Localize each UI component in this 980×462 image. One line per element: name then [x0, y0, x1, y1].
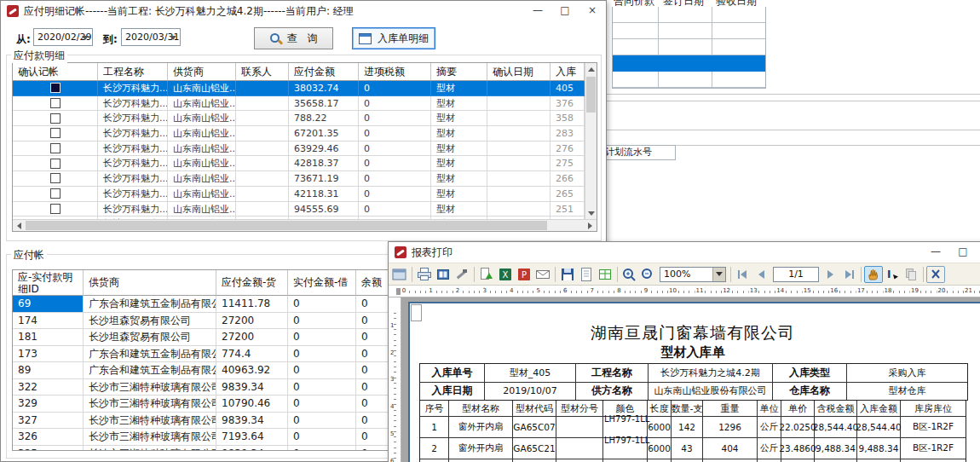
confirm-checkbox[interactable] [50, 128, 61, 138]
confirm-checkbox[interactable] [50, 83, 61, 93]
report-doc-title: 型材入库单 [412, 344, 974, 361]
cell-summary: 型材 [431, 202, 487, 217]
payable-row[interactable]: 长沙万科魅力... 山东南山铝业... 73671.19 0 型材 266 [13, 171, 585, 187]
copy-pages-icon[interactable] [902, 266, 920, 283]
cell-id: 327 [13, 413, 84, 430]
cell-paid: 0 [288, 296, 356, 313]
scroll-down-icon[interactable] [585, 208, 597, 220]
scrollbar-thumb[interactable] [26, 221, 547, 230]
payable-row[interactable]: 长沙万科魅力... 山东南山铝业... 94555.69 0 型材 251 [13, 202, 585, 217]
payable-row[interactable]: 长沙万科魅力... 山东南山铝业... 788.22 0 型材 358 [13, 111, 585, 126]
close-preview-icon[interactable] [926, 266, 945, 283]
confirm-checkbox[interactable] [50, 159, 61, 169]
page-number-box[interactable]: 1/1 [773, 267, 819, 282]
zoom-in-icon[interactable] [620, 266, 639, 283]
payable-row[interactable]: 长沙万科魅力... 山东南山铝业... 67201.35 0 型材 283 [13, 126, 585, 141]
minimize-button[interactable]: — [524, 1, 551, 21]
open-document-icon[interactable] [577, 266, 596, 283]
scrollbar-thumb[interactable] [586, 77, 596, 113]
maximize-button[interactable]: □ [949, 242, 977, 263]
close-button[interactable]: × [579, 1, 606, 21]
payable-row[interactable]: 长沙万科魅力... 山东南山铝业... 38032.74 0 型材 405 [13, 81, 585, 96]
cell-tax: 0 [359, 202, 431, 217]
payable-row[interactable]: 长沙万科魅力... 山东南山铝业... 42118.31 0 型材 265 [13, 187, 585, 202]
bg-empty-row[interactable] [613, 7, 765, 23]
maximize-button[interactable]: □ [551, 1, 579, 21]
scroll-right-icon[interactable] [585, 220, 597, 232]
payable-row[interactable]: 长沙万科魅力... 山东南山铝业... 63929.46 0 型材 276 [13, 141, 585, 157]
confirm-checkbox[interactable] [50, 204, 61, 214]
export-excel-icon[interactable]: X [496, 266, 515, 283]
cell-supplier: 广东合和建筑五金制品有限公司 [84, 362, 216, 379]
payable-row[interactable]: 长沙万科魅力... 山东南山铝业... 35658.17 0 型材 376 [13, 96, 585, 112]
cell-supplier: 山东南山铝业... [168, 156, 236, 171]
to-date-combo[interactable]: 2020/03/31 [121, 28, 181, 46]
print-icon[interactable] [415, 266, 434, 283]
zoom-out-icon[interactable] [639, 266, 658, 283]
report-titlebar[interactable]: 报表打印 — □ × [389, 242, 980, 263]
main-titlebar[interactable]: 应付明细记帐------当前工程: 长沙万科魅力之城4.2期------当前用户… [1, 1, 606, 21]
from-date-combo[interactable]: 2020/02/29 [33, 28, 93, 46]
page-setup-icon[interactable] [434, 266, 453, 283]
cell-tax: 0 [359, 111, 431, 126]
cell-entry: 376 [551, 96, 585, 112]
close-button[interactable]: × [977, 242, 980, 263]
hand-tool-icon[interactable] [864, 266, 883, 283]
table-view-icon[interactable] [596, 266, 614, 283]
cell-confirm [13, 126, 98, 141]
bg-empty-row[interactable] [613, 23, 765, 39]
info-label: 入库单号 [420, 364, 485, 383]
export-pdf-icon[interactable]: P [515, 266, 533, 283]
info-value: 2019/10/07 [485, 383, 576, 401]
cell-supplier: 山东南山铝业... [168, 171, 236, 187]
chevron-down-icon[interactable] [712, 268, 725, 281]
export-icon[interactable] [477, 266, 496, 283]
confirm-checkbox[interactable] [50, 173, 61, 183]
send-mail-icon[interactable] [533, 266, 552, 283]
cell-amount: 63929.46 [289, 141, 359, 157]
minimize-button[interactable]: — [922, 242, 949, 263]
cell-contact [236, 187, 289, 202]
inbound-detail-button[interactable]: 入库单明细 [352, 27, 435, 49]
vertical-scrollbar[interactable] [585, 63, 597, 220]
design-view-icon[interactable] [390, 266, 409, 283]
cell-confirm [13, 141, 98, 157]
next-page-icon[interactable] [821, 266, 839, 283]
cell-summary: 型材 [431, 81, 487, 96]
cell-confirm-date [487, 81, 551, 96]
bg-selected-row[interactable] [613, 55, 765, 72]
scroll-left-icon[interactable] [13, 220, 25, 232]
last-page-icon[interactable] [839, 266, 858, 283]
confirm-checkbox[interactable] [50, 188, 61, 199]
bg-empty-row[interactable] [613, 72, 765, 88]
horizontal-scrollbar[interactable] [13, 219, 597, 231]
report-detail-row: 2 窗外开内扇 GA65C21 LH797-1LL 6000 43 404 公斤… [420, 438, 966, 459]
previous-page-icon[interactable] [752, 266, 771, 283]
save-icon[interactable] [558, 266, 577, 283]
tools-icon[interactable] [453, 266, 471, 283]
cell-supplier: 长沙市三湘特种玻璃有限公司 [84, 379, 216, 396]
cell-supplier: 广东合和建筑五金制品有限公司 [84, 346, 216, 363]
cell-amount: 35658.17 [289, 96, 359, 112]
zoom-level-combo[interactable]: 100% [660, 267, 726, 282]
scroll-up-icon[interactable] [585, 63, 597, 75]
query-button[interactable]: 查 询 [254, 27, 333, 49]
report-page: 湖南亘晟门窗幕墙有限公司 型材入库单 入库单号 型材_405 工程名称 长沙万科… [408, 302, 980, 462]
cell-project: 长沙万科魅力... [98, 96, 168, 112]
cell-entry: 405 [551, 81, 585, 96]
confirm-checkbox[interactable] [50, 143, 61, 153]
text-select-icon[interactable]: I [883, 266, 902, 283]
cell-tax: 0 [359, 171, 431, 187]
cell-amount: 9839.34 [216, 379, 288, 396]
report-detail-table: 序号 型材名称 型材代码 型材分号 颜色 长度 数量-支 重量 单位 单价 含税… [419, 400, 966, 462]
payable-row[interactable]: 长沙万科魅力... 山东南山铝业... 42818.37 0 型材 275 [13, 156, 585, 171]
cell-tax: 0 [359, 156, 431, 171]
from-label: 从: [16, 32, 31, 47]
cell-project: 长沙万科魅力... [98, 111, 168, 126]
bg-empty-row[interactable] [613, 39, 765, 55]
first-page-icon[interactable] [734, 266, 752, 283]
confirm-checkbox[interactable] [50, 113, 61, 124]
col-header-confirm-date: 确认日期 [487, 63, 551, 81]
confirm-checkbox[interactable] [50, 98, 61, 108]
to-label: 到: [103, 32, 118, 47]
